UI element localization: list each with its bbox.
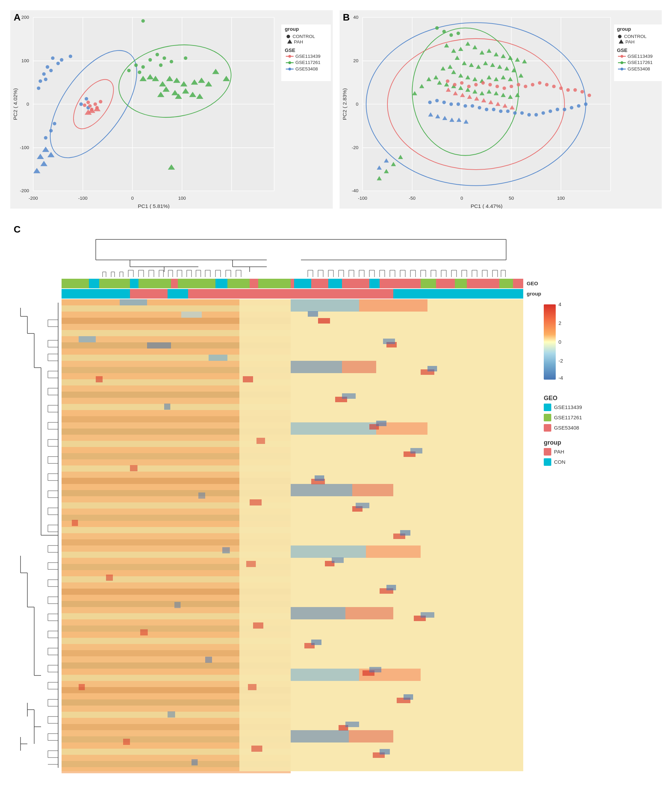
- svg-point-252: [618, 34, 621, 38]
- svg-text:100: 100: [21, 58, 29, 63]
- svg-text:0: 0: [131, 196, 134, 201]
- svg-rect-399: [291, 289, 393, 299]
- svg-rect-669: [544, 424, 551, 432]
- svg-point-232: [549, 110, 552, 113]
- svg-point-201: [566, 88, 569, 92]
- svg-rect-651: [386, 585, 396, 590]
- svg-text:GSE: GSE: [617, 47, 627, 53]
- svg-rect-603: [243, 376, 253, 382]
- svg-point-217: [442, 100, 446, 104]
- svg-point-99: [288, 61, 291, 64]
- svg-rect-383: [89, 279, 99, 288]
- svg-point-185: [453, 83, 456, 86]
- svg-point-200: [559, 87, 562, 90]
- svg-rect-513: [120, 299, 147, 306]
- svg-point-235: [570, 106, 573, 110]
- svg-text:20: 20: [353, 58, 358, 63]
- svg-point-191: [495, 85, 499, 88]
- svg-point-186: [460, 81, 464, 84]
- svg-point-53: [83, 103, 86, 107]
- svg-point-67: [141, 19, 145, 23]
- svg-rect-616: [106, 574, 113, 581]
- svg-point-229: [527, 113, 530, 116]
- svg-text:group: group: [544, 439, 561, 446]
- svg-rect-611: [164, 404, 170, 410]
- svg-rect-665: [544, 404, 551, 411]
- svg-point-199: [552, 85, 556, 88]
- svg-point-58: [156, 53, 159, 56]
- svg-text:GSE117261: GSE117261: [554, 414, 582, 420]
- panel-b-label: B: [343, 12, 350, 23]
- svg-rect-621: [168, 711, 175, 718]
- svg-rect-667: [544, 414, 551, 421]
- svg-rect-642: [383, 339, 395, 344]
- svg-rect-600: [291, 730, 349, 742]
- svg-point-47: [88, 104, 92, 107]
- svg-point-26: [51, 57, 54, 60]
- svg-rect-593: [352, 484, 393, 496]
- panel-c-label: C: [14, 224, 21, 235]
- top-dendrogram: [96, 239, 506, 277]
- svg-point-30: [39, 79, 42, 83]
- svg-text:PC1 ( 4.47%): PC1 ( 4.47%): [470, 203, 502, 209]
- svg-text:-100: -100: [20, 145, 29, 150]
- svg-text:-200: -200: [20, 188, 29, 193]
- svg-point-258: [620, 55, 623, 58]
- svg-point-62: [170, 60, 173, 63]
- svg-point-29: [57, 61, 60, 65]
- svg-rect-623: [192, 759, 198, 765]
- svg-point-223: [485, 108, 488, 111]
- svg-text:GEO: GEO: [527, 280, 538, 286]
- svg-point-102: [288, 68, 291, 70]
- svg-text:GSE117261: GSE117261: [296, 60, 320, 65]
- svg-text:PAH: PAH: [554, 449, 564, 454]
- svg-rect-650: [332, 558, 344, 563]
- svg-rect-397: [61, 289, 130, 299]
- svg-point-218: [449, 102, 453, 106]
- svg-point-195: [523, 85, 527, 88]
- svg-text:CON: CON: [554, 459, 565, 465]
- svg-rect-588: [291, 361, 342, 373]
- svg-rect-641: [308, 311, 318, 317]
- svg-point-227: [513, 111, 516, 115]
- svg-rect-392: [421, 279, 436, 288]
- svg-point-27: [46, 65, 49, 69]
- svg-point-49: [99, 100, 102, 103]
- svg-rect-385: [171, 279, 178, 288]
- svg-rect-618: [140, 629, 148, 635]
- svg-rect-606: [246, 561, 256, 567]
- svg-rect-649: [400, 530, 410, 535]
- svg-point-216: [435, 99, 438, 102]
- svg-text:-100: -100: [358, 196, 367, 201]
- svg-rect-601: [349, 730, 393, 742]
- svg-text:PAH: PAH: [294, 39, 303, 44]
- svg-point-220: [464, 104, 467, 107]
- svg-point-197: [538, 81, 541, 84]
- svg-rect-515: [79, 336, 96, 342]
- svg-text:-200: -200: [29, 196, 38, 201]
- svg-rect-386: [215, 279, 228, 288]
- svg-point-248: [449, 33, 453, 37]
- pca-plot-b: -100 -50 0 50 100 40 20 0 -20 -40 PC1 ( …: [339, 10, 662, 209]
- svg-point-65: [159, 63, 162, 67]
- svg-rect-657: [380, 749, 390, 755]
- svg-rect-605: [250, 499, 262, 506]
- svg-rect-610: [96, 376, 103, 382]
- svg-rect-620: [79, 684, 85, 690]
- svg-point-222: [477, 106, 481, 110]
- svg-text:GSE113439: GSE113439: [628, 54, 653, 59]
- svg-rect-589: [342, 361, 376, 373]
- svg-rect-514: [181, 312, 202, 318]
- svg-point-36: [85, 97, 88, 100]
- svg-text:GSE53408: GSE53408: [628, 66, 650, 71]
- svg-rect-674: [544, 458, 551, 466]
- main-container: A -200 -100 0: [0, 0, 672, 802]
- svg-rect-608: [248, 684, 257, 690]
- svg-point-230: [534, 113, 538, 116]
- svg-text:PC2 ( 2.83%): PC2 ( 2.83%): [341, 88, 347, 120]
- svg-point-196: [531, 83, 534, 86]
- svg-rect-587: [359, 299, 428, 312]
- svg-rect-594: [291, 545, 366, 558]
- svg-point-33: [44, 78, 47, 81]
- heatmap-svg: GEO group: [10, 222, 672, 783]
